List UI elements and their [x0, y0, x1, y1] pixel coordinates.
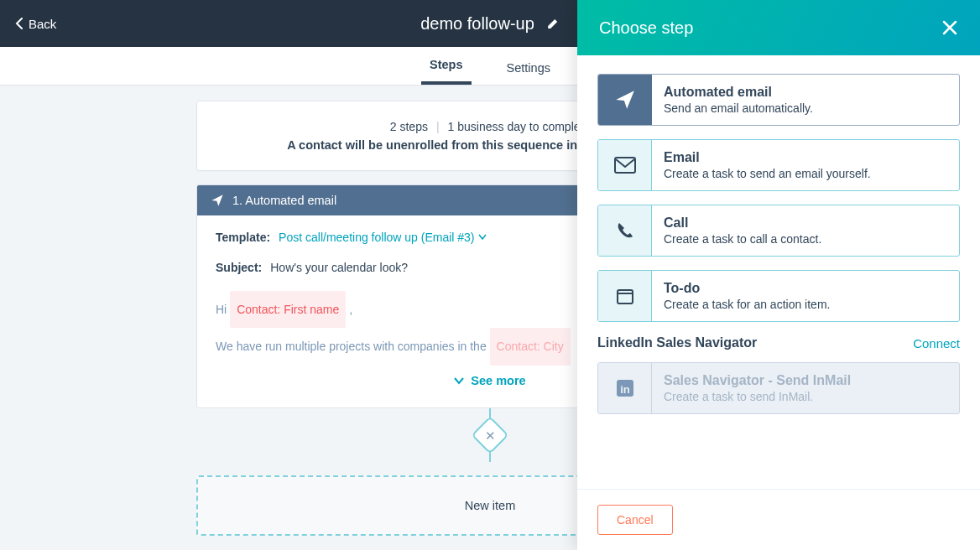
svg-rect-1 [618, 290, 633, 304]
back-label: Back [29, 17, 56, 31]
steps-count: 2 steps [390, 120, 428, 133]
close-panel-button[interactable] [941, 19, 958, 36]
svg-text:in: in [620, 383, 630, 396]
option-desc: Send an email automatically. [664, 101, 813, 115]
token-city[interactable]: Contact: City [490, 328, 571, 365]
new-item-label: New item [465, 499, 515, 512]
body-prefix: Hi [216, 303, 230, 316]
option-desc: Create a task to call a contact. [664, 232, 821, 246]
connect-link[interactable]: Connect [913, 336, 960, 350]
template-label: Template: [216, 231, 270, 244]
template-value: Post call/meeting follow up (Email #3) [279, 231, 474, 244]
option-title: Call [664, 215, 821, 231]
option-title: Sales Navigator - Send InMail [664, 373, 851, 388]
step-title: 1. Automated email [232, 194, 336, 207]
caret-down-icon [478, 234, 487, 241]
body-line2-prefix: We have run multiple projects with compa… [216, 340, 490, 353]
edit-icon[interactable] [546, 17, 560, 30]
duration: 1 business day to complete [448, 120, 591, 133]
option-title: Email [664, 150, 871, 165]
option-desc: Create a task to send an email yourself. [664, 167, 871, 180]
panel-header: Choose step [577, 0, 980, 55]
option-linkedin-inmail: in Sales Navigator - Send InMail Create … [597, 362, 960, 414]
paper-plane-icon [614, 89, 636, 111]
option-todo[interactable]: To-do Create a task for an action item. [597, 270, 960, 322]
linkedin-section-title: LinkedIn Sales Navigator [597, 335, 757, 350]
option-desc: Create a task for an action item. [664, 298, 830, 311]
separator: | [436, 120, 440, 133]
choose-step-panel: Choose step Automated email Send an emai… [577, 0, 980, 550]
see-more-label: See more [471, 374, 525, 387]
panel-title: Choose step [599, 18, 693, 38]
page-title: demo follow-up [420, 14, 534, 34]
chevron-down-icon [454, 376, 464, 385]
chevron-left-icon [15, 18, 23, 29]
remove-step-button[interactable]: ✕ [471, 416, 508, 454]
back-button[interactable]: Back [15, 17, 56, 31]
subject-label: Subject: [216, 261, 262, 274]
linkedin-icon: in [615, 378, 635, 398]
subject-value: How's your calendar look? [270, 261, 408, 274]
option-call[interactable]: Call Create a task to call a contact. [597, 205, 960, 257]
envelope-icon [614, 157, 636, 174]
template-dropdown[interactable]: Post call/meeting follow up (Email #3) [279, 231, 486, 244]
tab-steps[interactable]: Steps [421, 58, 472, 85]
panel-footer: Cancel [577, 489, 980, 550]
cancel-button[interactable]: Cancel [597, 505, 673, 535]
checklist-icon [615, 286, 635, 306]
panel-body: Automated email Send an email automatica… [577, 55, 980, 489]
paper-plane-icon [211, 194, 224, 207]
token-firstname[interactable]: Contact: First name [230, 291, 346, 328]
phone-icon [615, 221, 635, 241]
body-suffix: , [349, 303, 352, 316]
close-icon: ✕ [485, 428, 496, 441]
linkedin-section-header: LinkedIn Sales Navigator Connect [597, 335, 960, 350]
option-email[interactable]: Email Create a task to send an email you… [597, 139, 960, 191]
svg-rect-0 [615, 158, 635, 173]
option-desc: Create a task to send InMail. [664, 390, 851, 403]
option-automated-email[interactable]: Automated email Send an email automatica… [597, 74, 960, 126]
option-title: Automated email [664, 85, 813, 100]
tab-settings[interactable]: Settings [498, 61, 559, 85]
option-title: To-do [664, 281, 830, 296]
